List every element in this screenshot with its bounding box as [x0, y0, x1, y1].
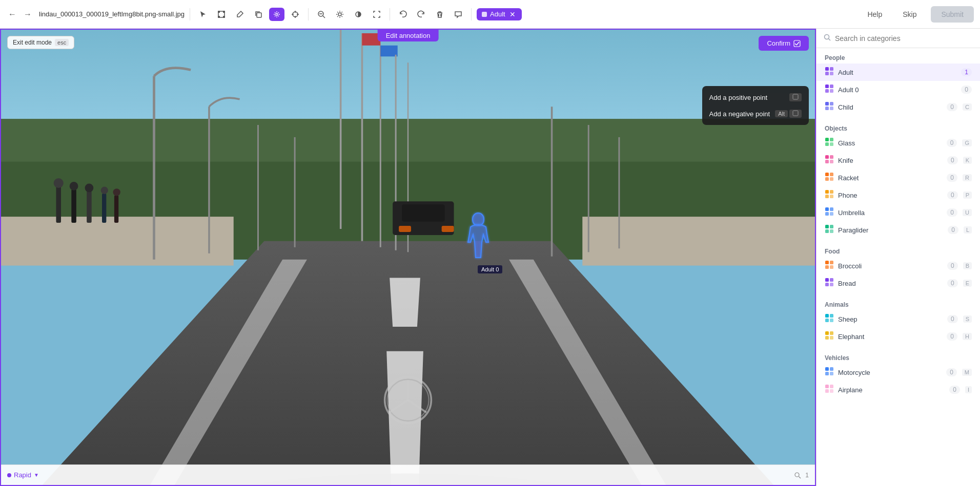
svg-rect-107	[830, 229, 833, 233]
category-icon	[825, 278, 834, 289]
category-item[interactable]: Racket0R	[816, 169, 980, 186]
svg-rect-94	[825, 177, 829, 181]
rapid-dot	[7, 473, 11, 477]
svg-rect-2	[223, 11, 225, 13]
category-icon	[825, 331, 834, 342]
category-item-name: Broccoli	[838, 262, 943, 270]
search-input[interactable]	[835, 34, 973, 43]
category-item-shortcut: H	[963, 333, 972, 340]
brightness-tool[interactable]	[351, 8, 366, 21]
skip-button[interactable]: Skip	[896, 7, 923, 22]
zoom-out-tool[interactable]	[314, 8, 329, 21]
canvas-area[interactable]: Edit annotation Exit edit mode esc Confi…	[0, 29, 816, 486]
category-section: Vehicles Motorcycle0M Airplane0I	[816, 348, 980, 402]
svg-rect-127	[830, 372, 833, 375]
comment-button[interactable]	[451, 8, 466, 21]
category-item[interactable]: Airplane0I	[816, 381, 980, 398]
search-bar	[816, 29, 980, 48]
svg-rect-114	[825, 283, 829, 286]
category-section: People Adult1 Adult 00 Child0C	[816, 48, 980, 119]
svg-rect-115	[830, 283, 833, 286]
svg-rect-82	[825, 107, 829, 110]
svg-rect-119	[830, 319, 833, 322]
category-item-name: Bread	[838, 280, 943, 287]
cursor-tool[interactable]	[195, 8, 211, 21]
svg-rect-129	[830, 385, 833, 388]
back-button[interactable]: ←	[6, 8, 18, 21]
forward-button[interactable]: →	[22, 8, 34, 21]
svg-point-56	[113, 188, 120, 196]
category-item[interactable]: Phone0P	[816, 186, 980, 204]
category-item[interactable]: Glass0G	[816, 134, 980, 152]
svg-rect-67	[793, 111, 798, 116]
svg-rect-86	[825, 142, 829, 146]
category-item[interactable]: Knife0K	[816, 152, 980, 169]
category-item-name: Elephant	[838, 333, 943, 341]
svg-rect-77	[830, 84, 833, 88]
category-item[interactable]: Bread0E	[816, 274, 980, 292]
svg-rect-44	[402, 204, 445, 221]
category-item-name: Sheep	[838, 315, 943, 323]
category-item-count: 0	[947, 315, 958, 323]
confirm-icon	[793, 40, 801, 47]
svg-point-68	[795, 473, 799, 477]
brush-tool[interactable]	[232, 8, 248, 21]
category-icon	[825, 101, 834, 113]
magic-wand-tool[interactable]	[269, 8, 284, 21]
esc-badge: esc	[55, 39, 69, 46]
category-item-shortcut: E	[963, 280, 972, 287]
svg-rect-123	[830, 336, 833, 340]
svg-rect-89	[830, 155, 833, 159]
category-item-name: Racket	[838, 174, 943, 182]
svg-point-50	[70, 182, 78, 191]
svg-rect-1	[218, 11, 220, 13]
scene-image	[1, 30, 815, 485]
category-section-header: People	[816, 51, 980, 64]
annotation-canvas-label: Adult 0	[478, 265, 502, 273]
add-positive-point-row[interactable]: Add a positive point	[702, 89, 809, 105]
category-item[interactable]: Elephant0H	[816, 328, 980, 345]
svg-rect-53	[102, 194, 106, 223]
help-button[interactable]: Help	[861, 7, 888, 22]
polygon-tool[interactable]	[214, 8, 229, 21]
category-item[interactable]: Paraglider0L	[816, 221, 980, 239]
category-item[interactable]: Sheep0S	[816, 310, 980, 328]
category-item[interactable]: Child0C	[816, 98, 980, 116]
category-item[interactable]: Adult 00	[816, 81, 980, 98]
category-item[interactable]: Broccoli0B	[816, 257, 980, 274]
exit-edit-button[interactable]: Exit edit mode esc	[7, 36, 74, 49]
delete-button[interactable]	[432, 8, 447, 21]
svg-marker-25	[390, 278, 420, 327]
svg-rect-95	[830, 177, 833, 181]
transform-tool[interactable]	[369, 8, 384, 21]
submit-button[interactable]: Submit	[931, 6, 974, 23]
add-negative-point-row[interactable]: Add a negative point Alt	[702, 105, 809, 122]
undo-button[interactable]	[395, 8, 411, 21]
svg-rect-92	[825, 173, 829, 176]
svg-rect-20	[1, 217, 234, 266]
category-icon	[825, 137, 834, 149]
confirm-canvas-button[interactable]: Confirm	[759, 36, 809, 51]
toolbar: ← → lindau_000013_000019_leftImg8bit.png…	[0, 0, 980, 29]
category-item[interactable]: Adult1	[816, 64, 980, 81]
category-item-name: Adult 0	[838, 86, 957, 94]
active-label-chip[interactable]: Adult ✕	[477, 8, 522, 20]
category-item[interactable]: Motorcycle0M	[816, 364, 980, 381]
svg-rect-88	[825, 155, 829, 159]
positive-shortcut	[789, 93, 802, 101]
svg-rect-117	[830, 314, 833, 318]
settings-tool[interactable]	[332, 8, 348, 21]
crosshair-tool[interactable]	[288, 8, 303, 21]
svg-point-54	[101, 187, 108, 194]
copy-tool[interactable]	[251, 8, 266, 21]
category-item-count: 0	[947, 174, 957, 182]
rapid-button[interactable]: Rapid ▼	[7, 471, 39, 479]
separator3	[390, 8, 390, 20]
svg-rect-106	[825, 229, 829, 233]
category-item[interactable]: Umbrella0U	[816, 204, 980, 221]
redo-button[interactable]	[414, 8, 429, 21]
close-label-button[interactable]: ✕	[508, 10, 517, 18]
category-icon	[825, 384, 834, 395]
svg-rect-111	[830, 265, 833, 269]
toolbar-right: Help Skip Submit	[861, 6, 974, 23]
